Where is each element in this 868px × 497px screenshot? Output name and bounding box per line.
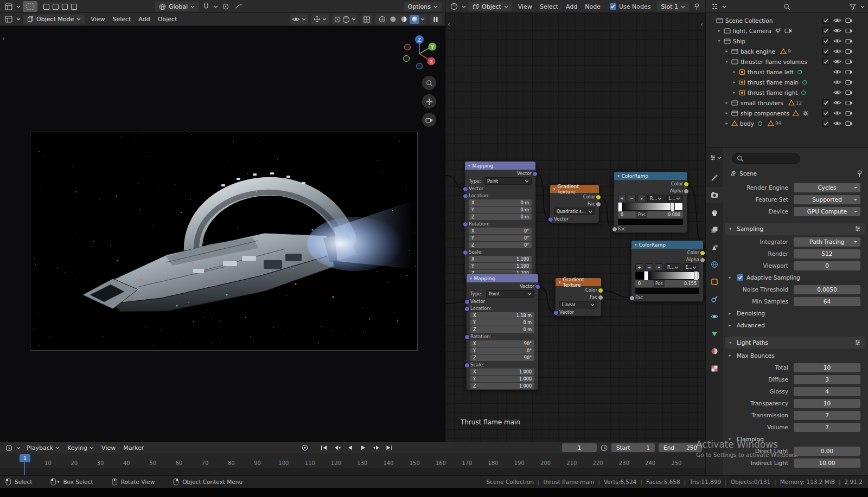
section-light-paths[interactable]: ▾Light Paths [725,337,865,348]
node-header[interactable]: ▾ColorRamp [631,241,703,249]
collapse-icon[interactable]: ▾ [617,174,620,178]
value-socket[interactable] [612,227,617,232]
shader-menu-select[interactable]: Select [536,2,562,11]
node-gradient-texture-1[interactable]: ▾Gradient TextureColorFacQuadratic spher… [550,184,599,223]
value-field[interactable]: X1.18 m [470,312,534,319]
subsection-advanced[interactable]: ▸Advanced [723,319,868,331]
remove-stop-button[interactable]: − [645,263,653,271]
value-field[interactable]: Z1.000 [470,383,534,389]
property-render-engine-dropdown[interactable]: Cycles [794,183,860,192]
frame-ruler[interactable]: 1020304050607080901001101201301401501601… [0,454,705,468]
disable-in-render-icon[interactable] [845,109,853,117]
editor-type-chevron-icon[interactable] [717,157,722,159]
hide-in-viewport-icon[interactable] [833,58,841,65]
type-dropdown[interactable]: Point [484,177,532,185]
section-menu-icon[interactable] [854,339,861,346]
subsection-clamping[interactable]: ▾Clamping [723,433,868,445]
property-transmission-field[interactable]: 7 [794,411,860,420]
shading-material-preview-button[interactable] [399,15,409,24]
color-socket[interactable] [700,250,705,256]
property-total-field[interactable]: 10 [794,363,860,372]
select-set-intersect-icon[interactable] [69,2,78,11]
shading-rendered-button[interactable] [410,15,419,24]
xray-toggle[interactable] [361,15,372,24]
node-header[interactable]: ▾Mapping [467,274,538,282]
property-indirect-light-field[interactable]: 10.00 [794,459,860,468]
property-render-field[interactable]: 512 [794,249,860,259]
hide-in-viewport-icon[interactable] [833,69,841,75]
properties-tab-render[interactable] [706,187,723,203]
stop-index-field[interactable]: 0 [618,211,636,218]
timeline-channel-area[interactable] [0,468,705,476]
start-frame-field[interactable]: Start1 [611,443,655,452]
viewport-editor-type-icon[interactable] [3,15,14,24]
outliner-row-thruster-flame-volumes[interactable]: ▾thruster flame volumes [706,56,868,67]
jump-to-end-button[interactable] [384,443,394,452]
property-direct-light-field[interactable]: 0.00 [794,447,860,456]
disclosure-closed-icon[interactable]: ▸ [724,49,729,54]
value-field[interactable]: Y1.100 [469,263,532,269]
property-transparency-field[interactable]: 10 [794,399,860,408]
visibility-dropdown[interactable] [290,15,308,24]
shader-menu-view[interactable]: View [514,2,536,11]
collapse-icon[interactable]: ▾ [635,243,637,247]
properties-search[interactable] [732,153,800,164]
property-integrator-dropdown[interactable]: Path Tracing [794,237,860,247]
properties-tab-physics[interactable] [706,308,723,324]
value-field[interactable]: Y0° [469,235,532,241]
value-field[interactable]: Z0° [469,242,532,248]
node-dropdown[interactable]: Linear [559,301,597,308]
stop-position-field[interactable]: 0.155 [665,280,699,287]
timeline-menu-marker[interactable]: Marker [119,443,148,453]
disclosure-open-icon[interactable]: ▾ [724,59,729,64]
hide-in-viewport-icon[interactable] [833,99,841,106]
proportional-editing-toggle[interactable] [220,2,231,11]
selectable-checkbox[interactable] [822,120,829,127]
editor-type-chevron-icon[interactable] [462,5,466,8]
shader-type-dropdown[interactable]: Object [468,2,512,11]
value-field[interactable]: Y1.000 [470,376,534,382]
properties-tab-output[interactable] [706,204,723,220]
vector-socket[interactable] [463,186,468,192]
outliner-row-small-thrusters[interactable]: ▸small thrusters12 [706,98,868,108]
hide-in-viewport-icon[interactable] [833,17,841,24]
transform-orientation-dropdown[interactable]: Global [155,2,199,11]
search-icon[interactable] [782,2,793,11]
collapse-icon[interactable]: ▾ [470,276,472,281]
timeline-menu-keying[interactable]: Keying [63,443,98,453]
disable-in-render-icon[interactable] [845,27,853,34]
color-socket[interactable] [598,288,603,293]
vector-socket[interactable] [553,310,559,315]
viewport-menu-object[interactable]: Object [154,15,181,24]
outliner-row-thrust-flame-main[interactable]: ▸thrust flame main [706,77,868,87]
subsection-max-bounces[interactable]: ▾Max Bounces [723,350,868,362]
editor-type-chevron-icon[interactable] [16,5,21,8]
hide-in-viewport-icon[interactable] [833,120,841,127]
hide-in-viewport-icon[interactable] [833,37,841,44]
color-mode-dropdown[interactable]: RGB [665,263,681,271]
type-dropdown[interactable]: Point [486,290,534,298]
vector-socket[interactable] [464,363,470,368]
filter-icon[interactable] [847,2,858,11]
collapse-icon[interactable]: ▾ [559,280,561,285]
disable-in-render-icon[interactable] [845,48,853,55]
properties-tab-tool[interactable] [706,170,723,185]
vector-socket[interactable] [463,193,468,199]
add-stop-button[interactable]: + [618,195,626,202]
properties-tab-object[interactable] [706,274,723,289]
pin-icon[interactable] [691,2,702,11]
disable-in-render-icon[interactable] [845,120,853,127]
camera-view-button[interactable] [422,113,436,127]
remove-stop-button[interactable]: − [628,195,636,202]
editor-type-chevron-icon[interactable] [722,5,726,8]
value-field[interactable]: X1.100 [469,256,532,262]
disclosure-closed-icon[interactable]: ▸ [732,90,737,95]
editor-type-icon[interactable] [3,2,14,11]
value-socket[interactable] [596,202,601,207]
property-noise-threshold-field[interactable]: 0.0050 [794,285,860,294]
node-header[interactable]: ▾Gradient Texture [550,185,599,193]
section-menu-icon[interactable] [854,225,861,232]
value-field[interactable]: Y0° [470,347,534,354]
value-socket[interactable] [598,295,603,300]
node-header[interactable]: ▾Mapping [465,162,535,170]
